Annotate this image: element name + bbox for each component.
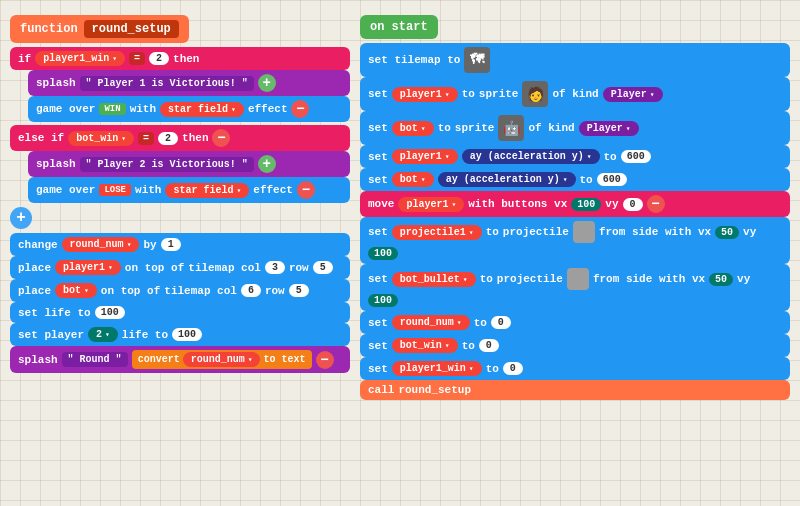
gameover-block-1: game over WIN with star field effect − (28, 96, 350, 122)
set-bot-win-block: set bot_win to 0 (360, 334, 790, 357)
splash1-add-btn[interactable]: + (258, 74, 276, 92)
tilemap-sprite-box: 🗺 (464, 47, 490, 73)
splash2-add-btn[interactable]: + (258, 155, 276, 173)
round-num-pill-convert[interactable]: round_num (183, 352, 261, 367)
gameover2-remove-btn[interactable]: − (297, 181, 315, 199)
player1-pill-place[interactable]: player1 (55, 260, 121, 275)
place-player1-block: place player1 on top of tilemap col 3 ro… (10, 256, 350, 279)
gameover-block-2: game over LOSE with star field effect − (28, 177, 350, 203)
bot-sprite-img[interactable]: 🤖 (498, 115, 524, 141)
call-round-setup-block: call round_setup (360, 380, 790, 400)
set-bot-bullet-block: set bot_bullet to projectile from side w… (360, 264, 790, 311)
proj2-sprite[interactable] (567, 268, 589, 290)
set-player1-win-block: set player1_win to 0 (360, 357, 790, 380)
bot-win-pill-set[interactable]: bot_win (392, 338, 458, 353)
player1-win-pill-set[interactable]: player1_win (392, 361, 482, 376)
bot-win-pill[interactable]: bot_win (68, 131, 134, 146)
set-projectile1-block: set projectile1 to projectile from side … (360, 217, 790, 264)
projectile1-pill[interactable]: projectile1 (392, 225, 482, 240)
move-player1-block: move player1 with buttons vx 100 vy 0 − (360, 191, 790, 217)
player1-pill-sprite[interactable]: player1 (392, 87, 458, 102)
set-player2-life-block: set player 2 life to 100 (10, 323, 350, 346)
function-label: function (20, 22, 78, 36)
player-kind-pill-2[interactable]: Player (579, 121, 639, 136)
function-name: round_setup (84, 20, 179, 38)
bot-bullet-pill[interactable]: bot_bullet (392, 272, 476, 287)
if-block: if player1_win = 2 then (10, 47, 350, 70)
player1-sprite-img[interactable]: 🧑 (522, 81, 548, 107)
splash-block-2: splash " Player 2 is Victorious! " + (28, 151, 350, 177)
proj1-sprite[interactable] (573, 221, 595, 243)
round-num-pill-set[interactable]: round_num (392, 315, 470, 330)
else-if-block: else if bot_win = 2 then − (10, 125, 350, 151)
round-num-pill-change[interactable]: round_num (62, 237, 140, 252)
bot-pill-ay[interactable]: bot (392, 172, 434, 187)
change-round-num-block: change round_num by 1 (10, 233, 350, 256)
place-bot-block: place bot on top of tilemap col 6 row 5 (10, 279, 350, 302)
star-field-pill-1[interactable]: star field (160, 102, 244, 117)
player1-pill-ay[interactable]: player1 (392, 149, 458, 164)
splash-block-1: splash " Player 1 is Victorious! " + (28, 70, 350, 96)
set-life-block: set life to 100 (10, 302, 350, 323)
star-field-pill-2[interactable]: star field (165, 183, 249, 198)
convert-badge: convert round_num to text (132, 350, 312, 369)
add-block-btn[interactable]: + (10, 207, 32, 229)
player1-pill-move[interactable]: player1 (398, 197, 464, 212)
player1-win-pill[interactable]: player1_win (35, 51, 125, 66)
bot-pill-sprite[interactable]: bot (392, 121, 434, 136)
set-round-num-block: set round_num to 0 (360, 311, 790, 334)
player2-dropdown[interactable]: 2 (88, 327, 118, 342)
bot-pill-place[interactable]: bot (55, 283, 97, 298)
set-bot-sprite-block: set bot to sprite 🤖 of kind Player (360, 111, 790, 145)
set-tilemap-block: set tilemap to 🗺 (360, 43, 790, 77)
on-start-label: on start (370, 20, 428, 34)
ay-prop-pill-2[interactable]: ay (acceleration y) (438, 172, 576, 187)
set-bot-ay-block: set bot ay (acceleration y) to 600 (360, 168, 790, 191)
ay-prop-pill-1[interactable]: ay (acceleration y) (462, 149, 600, 164)
function-header: function round_setup (10, 15, 189, 43)
left-panel: function round_setup if player1_win = 2 … (10, 15, 350, 373)
player-kind-pill-1[interactable]: Player (603, 87, 663, 102)
splash-round-remove-btn[interactable]: − (316, 351, 334, 369)
move-remove-btn[interactable]: − (647, 195, 665, 213)
right-panel: on start set tilemap to 🗺 set player1 to… (360, 15, 790, 400)
elseif-remove-btn[interactable]: − (212, 129, 230, 147)
set-player1-sprite-block: set player1 to sprite 🧑 of kind Player (360, 77, 790, 111)
set-player1-ay-block: set player1 ay (acceleration y) to 600 (360, 145, 790, 168)
on-start-header: on start (360, 15, 438, 39)
splash-round-block: splash " Round " convert round_num to te… (10, 346, 350, 373)
gameover1-remove-btn[interactable]: − (291, 100, 309, 118)
